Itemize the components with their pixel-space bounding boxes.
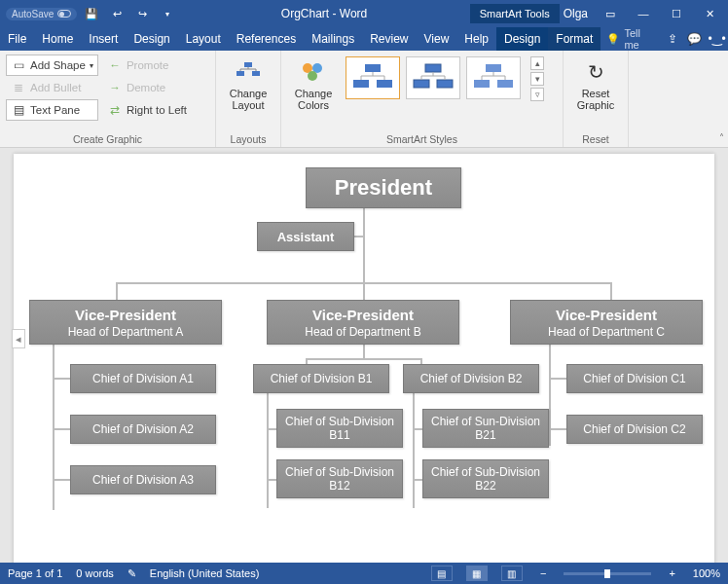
- status-page[interactable]: Page 1 of 1: [8, 567, 62, 579]
- chevron-down-icon: ▾: [90, 61, 93, 70]
- node-title: Chief of Division A3: [92, 473, 194, 487]
- promote-label: Promote: [127, 59, 168, 71]
- comments-button[interactable]: 💬: [683, 27, 706, 51]
- node-assistant[interactable]: Assistant: [257, 222, 354, 251]
- ribbon-display-button[interactable]: ▭: [596, 0, 625, 27]
- contextual-tab-label: SmartArt Tools: [470, 4, 560, 23]
- close-button[interactable]: ✕: [695, 0, 724, 27]
- group-label-create: Create Graphic: [6, 131, 209, 145]
- tab-view[interactable]: View: [417, 27, 457, 51]
- maximize-button[interactable]: ☐: [662, 0, 691, 27]
- change-layout-button[interactable]: Change Layout: [222, 55, 274, 115]
- right-to-left-button[interactable]: ⇄Right to Left: [102, 99, 192, 121]
- node-title: Vice-President: [312, 307, 414, 323]
- group-layouts: Change Layout Layouts: [216, 51, 281, 147]
- page[interactable]: ◂: [14, 154, 714, 563]
- zoom-in-button[interactable]: +: [665, 567, 678, 579]
- node-b12[interactable]: Chief of Sub-Division B12: [276, 459, 403, 498]
- tab-home[interactable]: Home: [34, 27, 81, 51]
- autosave-label: AutoSave: [12, 9, 54, 19]
- style-thumb-1[interactable]: [346, 56, 400, 99]
- node-president[interactable]: President: [306, 167, 461, 208]
- node-vp-c[interactable]: Vice-PresidentHead of Department C: [510, 300, 703, 345]
- svg-rect-7: [353, 80, 369, 88]
- status-language[interactable]: English (United States): [150, 567, 260, 579]
- node-vp-a[interactable]: Vice-PresidentHead of Department A: [29, 300, 222, 345]
- style-thumb-3[interactable]: [466, 56, 521, 99]
- web-layout-button[interactable]: ▥: [501, 566, 523, 581]
- tab-insert[interactable]: Insert: [81, 27, 126, 51]
- svg-rect-14: [497, 80, 513, 88]
- quick-access-toolbar: AutoSave 💾 ↩ ↪ ▾: [0, 3, 178, 24]
- promote-button[interactable]: ←Promote: [102, 55, 192, 76]
- group-label-reset: Reset: [569, 131, 622, 145]
- gallery-up-button[interactable]: ▴: [530, 56, 544, 70]
- node-a3[interactable]: Chief of Division A3: [70, 465, 216, 494]
- tab-help[interactable]: Help: [456, 27, 496, 51]
- node-b11[interactable]: Chief of Sub-Division B11: [276, 409, 403, 448]
- redo-button[interactable]: ↪: [131, 3, 153, 24]
- node-a2[interactable]: Chief of Division A2: [70, 415, 216, 444]
- tab-references[interactable]: References: [229, 27, 304, 51]
- tell-me-search[interactable]: 💡 Tell me: [601, 27, 661, 51]
- node-title: Chief of Division B2: [420, 372, 523, 385]
- node-vp-b[interactable]: Vice-PresidentHead of Department B: [267, 300, 459, 345]
- status-words[interactable]: 0 words: [76, 567, 114, 579]
- svg-rect-11: [437, 80, 453, 88]
- node-a1[interactable]: Chief of Division A1: [70, 364, 216, 393]
- gallery-down-button[interactable]: ▾: [530, 72, 544, 86]
- autosave-toggle[interactable]: AutoSave: [6, 8, 77, 20]
- org-chart[interactable]: President Assistant Vice-PresidentHead o…: [23, 164, 705, 563]
- add-bullet-label: Add Bullet: [30, 82, 81, 93]
- node-b22[interactable]: Chief of Sub-Division B22: [422, 459, 549, 498]
- zoom-slider[interactable]: [564, 572, 651, 575]
- read-mode-button[interactable]: ▤: [431, 566, 453, 581]
- undo-button[interactable]: ↩: [106, 3, 127, 24]
- tab-smartart-design[interactable]: Design: [496, 27, 548, 51]
- save-button[interactable]: 💾: [81, 3, 102, 24]
- tab-layout[interactable]: Layout: [178, 27, 229, 51]
- share-button[interactable]: ⇪: [662, 27, 684, 51]
- smiley-icon: •‿•: [708, 32, 725, 46]
- node-title: President: [335, 175, 432, 201]
- node-c1[interactable]: Chief of Division C1: [566, 364, 703, 393]
- lightbulb-icon: 💡: [606, 33, 620, 46]
- maximize-icon: ☐: [672, 8, 681, 20]
- close-icon: ✕: [706, 8, 714, 20]
- gallery-more-button[interactable]: ▿: [530, 88, 544, 101]
- tab-smartart-format[interactable]: Format: [548, 27, 601, 51]
- add-shape-button[interactable]: ▭Add Shape▾: [6, 55, 98, 76]
- print-layout-button[interactable]: ▦: [466, 566, 488, 581]
- node-subtitle: Head of Department A: [68, 325, 184, 339]
- style-thumb-2[interactable]: [406, 56, 460, 99]
- svg-point-5: [308, 71, 317, 81]
- demote-button[interactable]: →Demote: [102, 77, 192, 98]
- ribbon-tabs: File Home Insert Design Layout Reference…: [0, 27, 728, 51]
- node-b1[interactable]: Chief of Division B1: [253, 364, 389, 393]
- feedback-button[interactable]: •‿•: [706, 27, 728, 51]
- proofing-icon[interactable]: ✎: [127, 567, 136, 580]
- slider-thumb[interactable]: [604, 569, 610, 578]
- zoom-out-button[interactable]: −: [536, 567, 550, 579]
- node-b2[interactable]: Chief of Division B2: [403, 364, 539, 393]
- minimize-button[interactable]: —: [629, 0, 658, 27]
- add-bullet-button[interactable]: ≣Add Bullet: [6, 77, 98, 98]
- change-colors-button[interactable]: Change Colors: [287, 55, 340, 115]
- node-c2[interactable]: Chief of Division C2: [566, 415, 703, 444]
- rtl-icon: ⇄: [107, 102, 123, 118]
- tab-mailings[interactable]: Mailings: [304, 27, 362, 51]
- node-b21[interactable]: Chief of Sun-Division B21: [422, 409, 549, 448]
- group-create-graphic: ▭Add Shape▾ ≣Add Bullet ▤Text Pane ←Prom…: [0, 51, 216, 147]
- text-pane-button[interactable]: ▤Text Pane: [6, 99, 98, 121]
- gallery-scroll: ▴ ▾ ▿: [530, 56, 544, 101]
- node-subtitle: Head of Department C: [548, 325, 665, 339]
- node-title: Chief of Division A1: [92, 372, 194, 385]
- reset-graphic-button[interactable]: ↻ Reset Graphic: [569, 55, 622, 115]
- tab-file[interactable]: File: [0, 27, 34, 51]
- zoom-level[interactable]: 100%: [693, 567, 720, 579]
- qat-customize[interactable]: ▾: [157, 3, 178, 24]
- collapse-ribbon-button[interactable]: ˄: [719, 132, 724, 143]
- rtl-label: Right to Left: [127, 104, 187, 116]
- tab-review[interactable]: Review: [362, 27, 416, 51]
- tab-design[interactable]: Design: [126, 27, 177, 51]
